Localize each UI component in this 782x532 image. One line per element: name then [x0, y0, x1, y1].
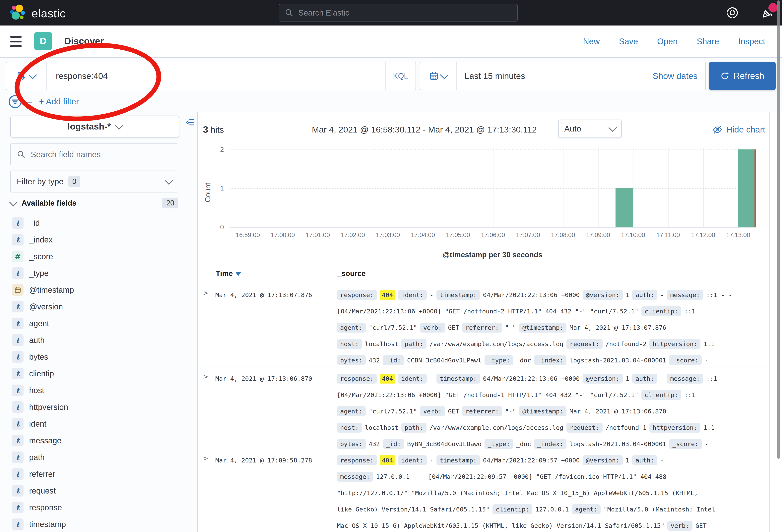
collapse-sidebar-icon[interactable]	[185, 117, 196, 127]
hits-value: 3	[203, 124, 208, 135]
field-name-badge: _score:	[669, 355, 702, 365]
header-actions: New Save Open Share Inspect	[583, 37, 765, 46]
add-filter-button[interactable]: + Add filter	[39, 97, 79, 106]
field-item-host[interactable]: thost	[12, 383, 185, 397]
expand-row-icon[interactable]: >	[203, 454, 208, 463]
time-range-value[interactable]: Last 15 minutes	[457, 71, 652, 81]
field-name-badge: _type:	[485, 439, 513, 449]
field-item-clientip[interactable]: tclientip	[12, 367, 185, 381]
field-name-badge: httpversion:	[649, 339, 701, 349]
field-label: path	[29, 453, 45, 462]
chart-gridline-vertical	[598, 148, 599, 227]
x-axis-tick-label: 17:07:00	[510, 231, 545, 239]
source-line: host:localhostpath:/var/www/example.com/…	[337, 419, 768, 436]
time-column-label: Time	[216, 269, 233, 278]
source-line: message:127.0.0.1 - - [04/Mar/2021:22:09…	[337, 468, 768, 485]
field-label: _score	[29, 252, 53, 261]
new-button[interactable]: New	[583, 37, 600, 46]
field-name-badge: bytes:	[337, 355, 366, 365]
field-item-request[interactable]: trequest	[12, 484, 185, 498]
chart-gridline-vertical	[493, 148, 494, 227]
eye-slash-icon	[713, 125, 722, 135]
expand-row-icon[interactable]: >	[203, 289, 208, 297]
field-item-timestamp[interactable]: ttimestamp	[12, 517, 185, 531]
refresh-button[interactable]: Refresh	[709, 62, 776, 90]
field-name-badge: verb:	[420, 322, 445, 333]
field-value: "-"	[505, 408, 516, 415]
field-value: "curl/7.52.1"	[369, 324, 417, 331]
expand-row-icon[interactable]: >	[203, 372, 208, 381]
field-name-badge: path:	[401, 339, 426, 349]
filter-by-type-select[interactable]: Filter by type 0	[10, 170, 178, 192]
query-language-button[interactable]: KQL	[385, 62, 416, 90]
global-search-input[interactable]: Search Elastic	[279, 4, 518, 22]
field-value: -	[705, 357, 708, 364]
x-axis-tick-label: 17:05:00	[440, 231, 475, 239]
help-icon[interactable]	[726, 6, 739, 19]
fields-sidebar: logstash-* Search field names Filter by …	[0, 112, 198, 532]
source-line: response:404ident:-timestamp:04/Mar/2021…	[337, 370, 768, 387]
text-field-icon: t	[12, 334, 24, 346]
date-quick-select-button[interactable]	[420, 62, 457, 90]
header-divider	[28, 30, 28, 52]
field-name-badge: ident:	[398, 455, 427, 465]
field-value: -	[430, 291, 433, 299]
current-time-marker	[754, 149, 756, 227]
inspect-button[interactable]: Inspect	[738, 37, 765, 46]
field-item-_index[interactable]: t_index	[12, 232, 185, 247]
field-value: localhost	[365, 424, 398, 431]
field-value: ::1 - -	[706, 375, 732, 382]
field-item-httpversion[interactable]: thttpversion	[12, 400, 185, 414]
chevron-down-icon	[608, 123, 617, 132]
interval-value: Auto	[564, 124, 581, 134]
field-name-badge: ident:	[398, 290, 427, 300]
interval-select[interactable]: Auto	[558, 120, 622, 138]
field-search-placeholder: Search field names	[31, 150, 101, 159]
available-fields-header[interactable]: Available fields 20	[10, 198, 178, 208]
column-header-time[interactable]: Time	[216, 269, 241, 278]
hide-chart-button[interactable]: Hide chart	[713, 125, 765, 135]
field-name-badge: verb:	[420, 406, 445, 416]
chart-gridline-vertical	[528, 148, 528, 227]
field-item-bytes[interactable]: tbytes	[12, 350, 185, 364]
source-line: [04/Mar/2021:22:13:06 +0000] "GET /notfo…	[337, 303, 768, 319]
show-dates-button[interactable]: Show dates	[652, 71, 705, 81]
share-button[interactable]: Share	[697, 37, 719, 46]
field-item-_type[interactable]: t_type	[12, 266, 185, 280]
field-item-response[interactable]: tresponse	[12, 500, 185, 515]
page-title: Discover	[64, 35, 104, 46]
save-button[interactable]: Save	[619, 37, 638, 46]
highlighted-value: 404	[380, 290, 395, 300]
field-item-_id[interactable]: t_id	[12, 216, 185, 230]
field-item-@version[interactable]: t@version	[12, 300, 185, 314]
available-fields-label: Available fields	[22, 199, 76, 207]
query-input[interactable]: response:404	[47, 71, 385, 81]
text-field-icon: t	[12, 401, 24, 413]
field-item-agent[interactable]: tagent	[12, 316, 185, 331]
discover-app-badge[interactable]: D	[34, 32, 52, 50]
filter-icon[interactable]	[8, 94, 23, 109]
newsfeed-button[interactable]	[761, 6, 774, 19]
menu-icon[interactable]	[10, 36, 22, 47]
field-value: "curl/7.52.1"	[369, 408, 417, 415]
field-value: /var/www/example.com/logs/access.log	[429, 340, 564, 347]
saved-query-menu-button[interactable]	[6, 62, 47, 90]
vertical-scrollbar[interactable]	[777, 0, 780, 459]
elastic-logo-text: elastic	[32, 7, 66, 20]
column-header-source[interactable]: _source	[337, 269, 366, 278]
histogram-bar[interactable]	[615, 188, 633, 227]
field-item-referrer[interactable]: treferrer	[12, 467, 185, 481]
field-item-message[interactable]: tmessage	[12, 433, 185, 448]
chart-gridline-vertical	[388, 148, 388, 227]
field-item-@timestamp[interactable]: @timestamp	[12, 283, 185, 297]
field-item-ident[interactable]: tident	[12, 417, 185, 431]
histogram-bar[interactable]	[738, 149, 756, 227]
field-item-auth[interactable]: tauth	[12, 333, 185, 347]
field-item-_score[interactable]: #_score	[12, 249, 185, 264]
index-pattern-selector[interactable]: logstash-*	[10, 116, 179, 138]
open-button[interactable]: Open	[657, 37, 678, 46]
field-name-badge: response:	[337, 374, 377, 384]
field-search-input[interactable]: Search field names	[10, 144, 178, 165]
field-item-path[interactable]: tpath	[12, 450, 185, 464]
elastic-logo[interactable]: elastic	[8, 4, 66, 23]
